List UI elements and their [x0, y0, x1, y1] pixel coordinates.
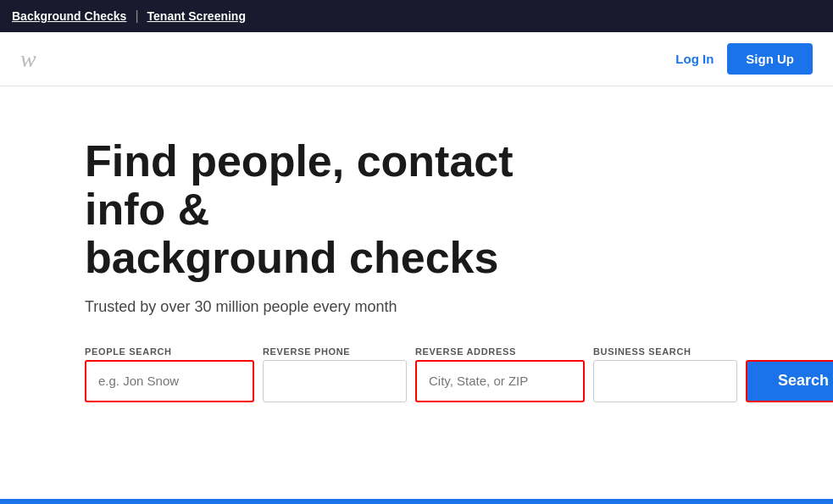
reverse-address-field: REVERSE ADDRESS — [415, 346, 585, 402]
signup-button[interactable]: Sign Up — [727, 43, 813, 75]
site-logo: w — [20, 46, 36, 73]
phone-input[interactable] — [263, 360, 407, 402]
background-checks-link[interactable]: Background Checks — [12, 9, 126, 23]
search-section: PEOPLE SEARCH REVERSE PHONE REVERSE ADDR… — [85, 346, 799, 402]
business-search-field: BUSINESS SEARCH — [593, 346, 737, 402]
nav-divider: | — [135, 8, 138, 24]
people-search-label: PEOPLE SEARCH — [85, 346, 254, 357]
name-input[interactable] — [85, 360, 254, 402]
header-actions: Log In Sign Up — [675, 43, 813, 75]
reverse-phone-field: REVERSE PHONE — [263, 346, 407, 402]
main-subheadline: Trusted by over 30 million people every … — [85, 298, 799, 316]
business-input[interactable] — [593, 360, 737, 402]
main-headline: Find people, contact info & background c… — [85, 137, 593, 283]
login-link[interactable]: Log In — [675, 52, 714, 66]
search-button[interactable]: Search — [746, 360, 833, 402]
bottom-progress-bar — [0, 499, 833, 504]
tenant-screening-link[interactable]: Tenant Screening — [147, 9, 246, 23]
business-search-label: BUSINESS SEARCH — [593, 346, 737, 357]
people-search-field: PEOPLE SEARCH — [85, 346, 254, 402]
reverse-phone-label: REVERSE PHONE — [263, 346, 407, 357]
main-content: Find people, contact info & background c… — [0, 86, 833, 436]
site-header: w Log In Sign Up — [0, 32, 833, 86]
search-button-wrap: Search — [746, 346, 833, 402]
reverse-address-label: REVERSE ADDRESS — [415, 346, 585, 357]
address-input[interactable] — [415, 360, 585, 402]
top-navigation-bar: Background Checks | Tenant Screening — [0, 0, 833, 32]
